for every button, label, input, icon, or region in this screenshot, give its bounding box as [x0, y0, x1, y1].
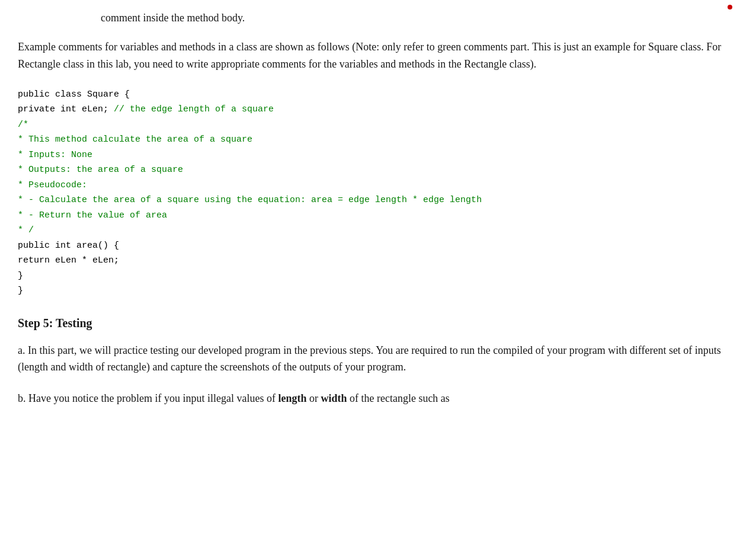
paragraph-b-mid: or — [306, 392, 321, 404]
code-return-statement: return eLen * eLen; — [18, 255, 119, 266]
paragraph-b-length: length — [278, 392, 306, 404]
indent-comment-text: comment inside the method body. — [101, 12, 738, 24]
code-class-close: } — [18, 286, 23, 296]
step5-heading: Step 5: Testing — [18, 316, 738, 330]
code-block: public class Square { private int eLen; … — [18, 87, 738, 299]
code-line-14: } — [18, 283, 738, 299]
paragraph-b-pre: b. Have you notice the problem if you in… — [18, 392, 278, 404]
code-comment-return: * - Return the value of area — [18, 210, 167, 220]
paragraph-b-post: of the rectangle such as — [347, 392, 449, 404]
paragraph-b-width: width — [321, 392, 347, 404]
code-line-8: * - Calculate the area of a square using… — [18, 193, 738, 208]
code-comment-pseudocode-label: * Pseudocode: — [18, 180, 87, 190]
code-method-close: } — [18, 271, 23, 281]
top-dot-indicator — [728, 5, 732, 9]
code-comment-outputs: * Outputs: the area of a square — [18, 165, 183, 175]
code-comment-inputs: * Inputs: None — [18, 150, 92, 160]
code-line-6: * Outputs: the area of a square — [18, 162, 738, 178]
code-comment-start: /* — [18, 120, 28, 130]
testing-paragraph-a: a. In this part, we will practice testin… — [18, 342, 738, 376]
code-field-comment: // the edge length of a square — [108, 104, 274, 114]
code-line-4: * This method calculate the area of a sq… — [18, 132, 738, 148]
code-line-11: public int area() { — [18, 238, 738, 254]
code-comment-method-desc: * This method calculate the area of a sq… — [18, 135, 252, 145]
code-line-12: return eLen * eLen; — [18, 253, 738, 268]
code-class-declaration: public class Square { — [18, 89, 130, 100]
code-line-7: * Pseudocode: — [18, 178, 738, 193]
testing-paragraph-b: b. Have you notice the problem if you in… — [18, 390, 738, 407]
code-line-5: * Inputs: None — [18, 148, 738, 163]
code-comment-end: * / — [18, 225, 34, 235]
code-line-2: private int eLen; // the edge length of … — [18, 102, 738, 117]
code-line-1: public class Square { — [18, 87, 738, 103]
code-method-signature: public int area() { — [18, 241, 119, 251]
code-line-9: * - Return the value of area — [18, 208, 738, 223]
code-line-3: /* — [18, 117, 738, 133]
code-comment-calculate: * - Calculate the area of a square using… — [18, 195, 482, 205]
example-comments-paragraph: Example comments for variables and metho… — [18, 39, 738, 73]
code-private-field: private int eLen; — [18, 104, 108, 114]
code-line-13: } — [18, 268, 738, 284]
code-line-10: * / — [18, 223, 738, 238]
